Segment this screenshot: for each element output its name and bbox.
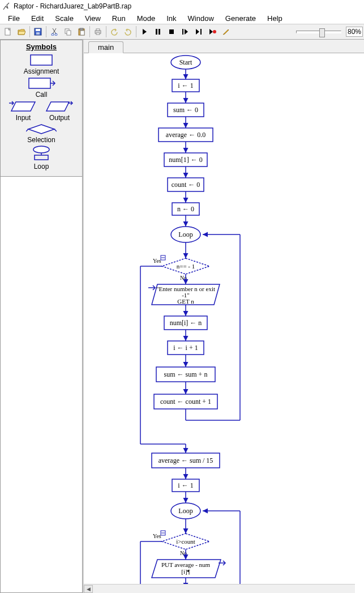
zoom-field[interactable]: 80% <box>346 27 363 37</box>
menu-generate[interactable]: Generate <box>220 13 262 24</box>
svg-rect-21 <box>29 78 50 88</box>
stop-button[interactable] <box>165 25 178 38</box>
svg-text:num[i] ← n: num[i] ← n <box>170 319 202 327</box>
menu-file[interactable]: File <box>2 13 25 24</box>
open-button[interactable] <box>15 25 28 38</box>
svg-text:i>count: i>count <box>176 538 195 545</box>
menu-scale[interactable]: Scale <box>49 13 79 24</box>
canvas-area: main Start i ← 1 sum ← 0 <box>84 40 364 593</box>
svg-text:Loop: Loop <box>178 231 192 238</box>
svg-rect-14 <box>156 29 157 35</box>
menu-help[interactable]: Help <box>262 13 288 24</box>
menu-ink[interactable]: Ink <box>161 13 182 24</box>
menu-edit[interactable]: Edit <box>25 13 49 24</box>
title-bar: Raptor - RichardJuarez_Lab9PartB.rap <box>0 0 364 12</box>
symbol-assignment[interactable]: Assignment <box>24 53 59 75</box>
pause-button[interactable] <box>152 25 164 38</box>
paste-button[interactable] <box>75 25 88 38</box>
symbols-title: Symbols <box>2 42 81 51</box>
svg-text:i ← 1: i ← 1 <box>178 82 193 89</box>
svg-text:i ← i + 1: i ← i + 1 <box>173 344 198 352</box>
svg-text:sum ← 0: sum ← 0 <box>173 106 198 114</box>
svg-rect-18 <box>200 29 202 35</box>
play-button[interactable] <box>138 25 151 38</box>
svg-text:n== - 1: n== - 1 <box>177 263 195 270</box>
menu-window[interactable]: Window <box>182 13 220 24</box>
svg-text:PUT average - num: PUT average - num <box>161 561 211 568</box>
svg-rect-15 <box>159 29 160 35</box>
redo-button[interactable] <box>122 25 134 38</box>
symbol-assignment-label: Assignment <box>24 67 59 75</box>
copy-button[interactable] <box>62 25 74 38</box>
svg-rect-9 <box>80 28 83 30</box>
horizontal-scrollbar[interactable]: ◀ <box>84 584 355 593</box>
left-panel: Symbols Assignment Call Input <box>0 40 84 593</box>
watch-panel <box>0 177 83 593</box>
menu-bar: File Edit Scale View Run Mode Ink Window… <box>0 12 364 24</box>
tab-strip: main <box>84 40 364 53</box>
svg-rect-12 <box>96 29 100 31</box>
symbol-loop[interactable]: Loop <box>30 145 53 170</box>
symbol-call-label: Call <box>36 91 48 99</box>
undo-button[interactable] <box>108 25 121 38</box>
symbol-selection[interactable]: Selection <box>26 123 57 144</box>
menu-view[interactable]: View <box>79 13 106 24</box>
svg-rect-10 <box>80 31 84 35</box>
symbol-output[interactable]: Output <box>45 100 74 122</box>
menu-mode[interactable]: Mode <box>131 13 161 24</box>
svg-rect-2 <box>36 29 40 31</box>
symbol-output-label: Output <box>49 114 70 122</box>
tab-main[interactable]: main <box>88 41 123 53</box>
svg-line-25 <box>26 129 28 131</box>
print-button[interactable] <box>92 25 104 38</box>
svg-text:Start: Start <box>179 58 192 66</box>
svg-text:[i]¶: [i]¶ <box>181 568 190 575</box>
svg-rect-3 <box>36 32 40 35</box>
save-button[interactable] <box>32 25 44 38</box>
window-title: Raptor - RichardJuarez_Lab9PartB.rap <box>14 2 131 10</box>
svg-text:Yes: Yes <box>153 258 161 264</box>
svg-text:GET n: GET n <box>177 298 194 305</box>
symbol-input[interactable]: Input <box>9 100 37 122</box>
toolbar: 80% <box>0 24 364 40</box>
svg-text:sum ← sum  + n: sum ← sum + n <box>164 370 208 378</box>
new-button[interactable] <box>2 25 14 38</box>
svg-text:num[1] ← 0: num[1] ← 0 <box>169 156 202 164</box>
symbol-loop-label: Loop <box>34 163 49 170</box>
svg-rect-17 <box>182 29 183 35</box>
svg-text:Loop: Loop <box>178 507 192 515</box>
svg-text:count ← 0: count ← 0 <box>172 181 200 189</box>
svg-line-26 <box>54 129 57 131</box>
svg-rect-7 <box>67 31 71 35</box>
svg-text:i ← 1: i ← 1 <box>178 481 193 489</box>
breakpoint-button[interactable] <box>206 25 219 38</box>
svg-text:average ← sum / 15: average ← sum / 15 <box>159 457 213 464</box>
flowchart-canvas[interactable]: Start i ← 1 sum ← 0 average ← 0.0 num[1]… <box>84 53 364 593</box>
main-area: Symbols Assignment Call Input <box>0 40 364 593</box>
svg-rect-16 <box>169 29 174 34</box>
menu-run[interactable]: Run <box>106 13 131 24</box>
svg-point-27 <box>33 146 49 153</box>
scroll-left-icon[interactable]: ◀ <box>84 585 93 593</box>
svg-text:Yes: Yes <box>153 533 161 539</box>
cut-button[interactable] <box>48 25 61 38</box>
flowchart-svg: Start i ← 1 sum ← 0 average ← 0.0 num[1]… <box>84 53 364 593</box>
svg-rect-13 <box>96 33 100 35</box>
step-into-button[interactable] <box>179 25 191 38</box>
svg-text:n ← 0: n ← 0 <box>177 205 194 213</box>
svg-rect-20 <box>31 55 52 65</box>
app-icon <box>2 2 11 11</box>
svg-point-19 <box>213 30 216 33</box>
step-over-button[interactable] <box>192 25 205 38</box>
symbol-call[interactable]: Call <box>27 76 56 99</box>
svg-text:average ← 0.0: average ← 0.0 <box>166 131 205 139</box>
svg-text:count ← count + 1: count ← count + 1 <box>160 398 211 406</box>
symbol-selection-label: Selection <box>27 136 55 144</box>
pencil-button[interactable] <box>220 25 232 38</box>
speed-slider[interactable] <box>296 31 341 33</box>
symbols-panel: Symbols Assignment Call Input <box>0 40 83 177</box>
symbol-input-label: Input <box>16 114 31 122</box>
